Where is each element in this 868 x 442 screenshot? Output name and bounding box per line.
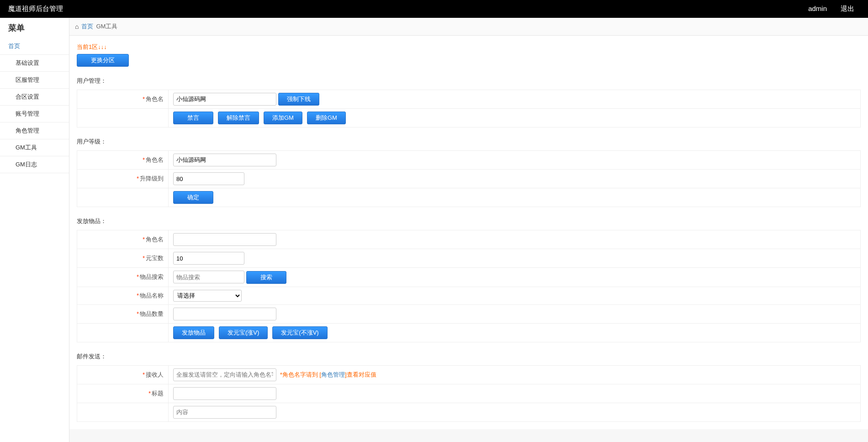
breadcrumb-home[interactable]: 首页 <box>81 22 93 31</box>
sidebar-item-role-mgmt[interactable]: 角色管理 <box>0 122 69 139</box>
give-item-table: *角色名 *元宝数 *物品搜索 搜索 *物品名称 <box>77 230 861 342</box>
gi-search-button[interactable]: 搜索 <box>246 271 286 284</box>
section-mail-title: 邮件发送： <box>77 352 861 361</box>
give-yuanbao-nov-button[interactable]: 发元宝(不涨V) <box>272 326 327 339</box>
unmute-button[interactable]: 解除禁言 <box>218 112 259 124</box>
mail-recipient-input[interactable] <box>173 368 276 381</box>
gi-itemname-label: 物品名称 <box>140 292 164 299</box>
mail-content-input[interactable] <box>173 406 276 419</box>
ul-level-input[interactable] <box>173 172 244 185</box>
header-user-area: admin 退出 <box>808 5 854 13</box>
sidebar-item-gm-logs[interactable]: GM日志 <box>0 156 69 173</box>
add-gm-button[interactable]: 添加GM <box>264 112 302 124</box>
user-level-table: *角色名 *升降级到 确定 <box>77 150 861 207</box>
sidebar: 菜单 首页 基础设置 区服管理 合区设置 账号管理 角色管理 GM工具 GM日志 <box>0 18 69 442</box>
home-icon <box>75 23 79 30</box>
breadcrumb-current: GM工具 <box>96 22 117 31</box>
ul-role-label: 角色名 <box>146 156 164 163</box>
user-mgmt-table: *角色名 强制下线 禁言 解除禁言 添加GM 删除GM <box>77 90 861 128</box>
ul-level-label: 升降级到 <box>140 175 164 182</box>
sidebar-item-merge-settings[interactable]: 合区设置 <box>0 89 69 106</box>
sidebar-item-zone-mgmt[interactable]: 区服管理 <box>0 72 69 89</box>
sidebar-item-gm-tools[interactable]: GM工具 <box>0 139 69 156</box>
section-give-item-title: 发放物品： <box>77 217 861 225</box>
main-area: 首页 GM工具 当前1区↓↓↓ 更换分区 用户管理： *角色名 强制下线 <box>69 18 868 442</box>
ul-confirm-button[interactable]: 确定 <box>173 191 213 204</box>
mail-role-mgmt-link[interactable]: 角色管理 <box>321 371 345 378</box>
mail-subject-input[interactable] <box>173 387 276 400</box>
sidebar-item-basic-settings[interactable]: 基础设置 <box>0 55 69 72</box>
force-offline-button[interactable]: 强制下线 <box>278 93 319 106</box>
gi-qty-input[interactable] <box>173 308 276 320</box>
gi-yuanbao-input[interactable] <box>173 252 244 265</box>
gi-yuanbao-label: 元宝数 <box>146 255 164 261</box>
section-user-level-title: 用户等级： <box>77 138 861 146</box>
gi-search-input[interactable] <box>173 271 244 283</box>
sidebar-menu: 首页 基础设置 区服管理 合区设置 账号管理 角色管理 GM工具 GM日志 <box>0 38 69 173</box>
um-role-input[interactable] <box>173 93 276 106</box>
gi-qty-label: 物品数量 <box>140 310 164 317</box>
give-yuanbao-v-button[interactable]: 发元宝(涨V) <box>219 326 268 339</box>
content: 当前1区↓↓↓ 更换分区 用户管理： *角色名 强制下线 禁言 <box>69 36 868 429</box>
mail-recipient-hint: *角色名字请到 [角色管理]查看对应值 <box>280 371 376 378</box>
mail-subject-label: 标题 <box>152 390 164 397</box>
gi-role-input[interactable] <box>173 233 276 246</box>
zone-status[interactable]: 当前1区↓↓↓ <box>77 43 861 51</box>
mute-button[interactable]: 禁言 <box>173 112 213 124</box>
delete-gm-button[interactable]: 删除GM <box>307 112 346 124</box>
switch-zone-button[interactable]: 更换分区 <box>77 54 129 67</box>
app-title: 魔道祖师后台管理 <box>8 5 63 13</box>
breadcrumb: 首页 GM工具 <box>69 18 868 36</box>
mail-table: *接收人 *角色名字请到 [角色管理]查看对应值 *标题 <box>77 365 861 422</box>
sidebar-title: 菜单 <box>0 18 69 38</box>
gi-search-label: 物品搜索 <box>140 273 164 280</box>
sidebar-item-account-mgmt[interactable]: 账号管理 <box>0 106 69 122</box>
mail-recipient-label: 接收人 <box>146 371 164 378</box>
top-header: 魔道祖师后台管理 admin 退出 <box>0 0 868 18</box>
gi-itemname-select[interactable]: 请选择 <box>173 290 242 302</box>
sidebar-item-home[interactable]: 首页 <box>0 38 69 55</box>
logout-link[interactable]: 退出 <box>841 5 854 13</box>
gi-role-label: 角色名 <box>146 236 164 243</box>
ul-role-input[interactable] <box>173 154 276 166</box>
section-user-mgmt-title: 用户管理： <box>77 77 861 85</box>
header-user-link[interactable]: admin <box>808 5 827 13</box>
um-role-label: 角色名 <box>146 96 164 102</box>
give-item-button[interactable]: 发放物品 <box>173 326 214 339</box>
